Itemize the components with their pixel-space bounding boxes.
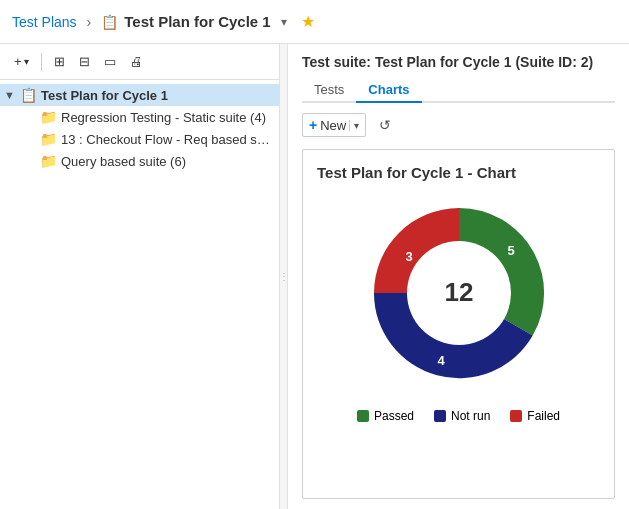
grid-icon: ⊞ [54, 54, 65, 69]
tree-toggle-icon[interactable]: ▼ [4, 89, 20, 101]
new-chevron-icon: ▾ [349, 120, 359, 131]
suite-title: Test suite: Test Plan for Cycle 1 (Suite… [302, 54, 615, 70]
page-title: Test Plan for Cycle 1 [124, 13, 270, 30]
tree-child-label-2: 13 : Checkout Flow - Req based suite (2) [61, 132, 275, 147]
tabs-bar: Tests Charts [302, 78, 615, 103]
legend-not-run: Not run [434, 409, 490, 423]
failed-legend-label: Failed [527, 409, 560, 423]
top-bar: Test Plans › 📋 Test Plan for Cycle 1 ▾ ★ [0, 0, 629, 44]
legend-failed: Failed [510, 409, 560, 423]
folder-icon-1: 📁 [40, 109, 57, 125]
folder-icon-2: 📁 [40, 131, 57, 147]
chart-center-value: 12 [444, 277, 473, 307]
toolbar-divider-1 [41, 53, 42, 71]
tree-child-item[interactable]: 📁 Query based suite (6) [20, 150, 279, 172]
tree-child-label-3: Query based suite (6) [61, 154, 186, 169]
tab-charts[interactable]: Charts [356, 78, 421, 103]
tree-panel: ▼ 📋 Test Plan for Cycle 1 📁 Regression T… [0, 80, 279, 509]
list-icon: ⊟ [79, 54, 90, 69]
chart-area: 12 5 4 3 [317, 193, 600, 393]
tree-child-item[interactable]: 📁 Regression Testing - Static suite (4) [20, 106, 279, 128]
folder-icon-3: 📁 [40, 153, 57, 169]
add-button[interactable]: + ▾ [8, 50, 35, 73]
tree-root-item[interactable]: ▼ 📋 Test Plan for Cycle 1 [0, 84, 279, 106]
failed-value-label: 3 [405, 249, 412, 264]
donut-chart: 12 5 4 3 [359, 193, 559, 393]
not-run-legend-color [434, 410, 446, 422]
plus-icon: + [14, 54, 22, 69]
tree-root-icon: 📋 [20, 87, 37, 103]
breadcrumb-link[interactable]: Test Plans [12, 14, 77, 30]
main-area: + ▾ ⊞ ⊟ ▭ 🖨 ▼ 📋 Test Plan for Cycle 1 [0, 44, 629, 509]
collapse-icon: ▭ [104, 54, 116, 69]
plan-icon: 📋 [101, 14, 118, 30]
list-view-button[interactable]: ⊟ [73, 50, 96, 73]
new-button-label: New [320, 118, 346, 133]
tree-root-label: Test Plan for Cycle 1 [41, 88, 168, 103]
not-run-value-label: 4 [437, 353, 445, 368]
right-panel: Test suite: Test Plan for Cycle 1 (Suite… [288, 44, 629, 509]
new-button[interactable]: + New ▾ [302, 113, 366, 137]
passed-legend-color [357, 410, 369, 422]
title-chevron-icon[interactable]: ▾ [281, 15, 287, 29]
left-toolbar: + ▾ ⊞ ⊟ ▭ 🖨 [0, 44, 279, 80]
tab-tests[interactable]: Tests [302, 78, 356, 103]
legend-passed: Passed [357, 409, 414, 423]
collapse-button[interactable]: ▭ [98, 50, 122, 73]
tree-child-item[interactable]: 📁 13 : Checkout Flow - Req based suite (… [20, 128, 279, 150]
grid-view-button[interactable]: ⊞ [48, 50, 71, 73]
breadcrumb-separator: › [87, 14, 92, 30]
print-icon: 🖨 [130, 54, 143, 69]
not-run-legend-label: Not run [451, 409, 490, 423]
passed-legend-label: Passed [374, 409, 414, 423]
passed-value-label: 5 [507, 243, 514, 258]
failed-legend-color [510, 410, 522, 422]
tree-children: 📁 Regression Testing - Static suite (4) … [0, 106, 279, 172]
favorite-star-icon[interactable]: ★ [301, 12, 315, 31]
suite-title-prefix: Test suite: [302, 54, 371, 70]
add-chevron-icon: ▾ [24, 56, 29, 67]
refresh-icon: ↺ [379, 117, 391, 133]
left-panel: + ▾ ⊞ ⊟ ▭ 🖨 ▼ 📋 Test Plan for Cycle 1 [0, 44, 280, 509]
print-button[interactable]: 🖨 [124, 50, 149, 73]
chart-card: Test Plan for Cycle 1 - Chart [302, 149, 615, 499]
chart-title: Test Plan for Cycle 1 - Chart [317, 164, 516, 181]
tree-child-label-1: Regression Testing - Static suite (4) [61, 110, 266, 125]
chart-legend: Passed Not run Failed [317, 409, 600, 423]
action-bar: + New ▾ ↺ [302, 113, 615, 137]
suite-title-value: Test Plan for Cycle 1 (Suite ID: 2) [375, 54, 593, 70]
resize-dots-icon: ⋮ [279, 271, 289, 282]
new-plus-icon: + [309, 117, 317, 133]
panel-resize-handle[interactable]: ⋮ [280, 44, 288, 509]
refresh-button[interactable]: ↺ [372, 113, 398, 137]
